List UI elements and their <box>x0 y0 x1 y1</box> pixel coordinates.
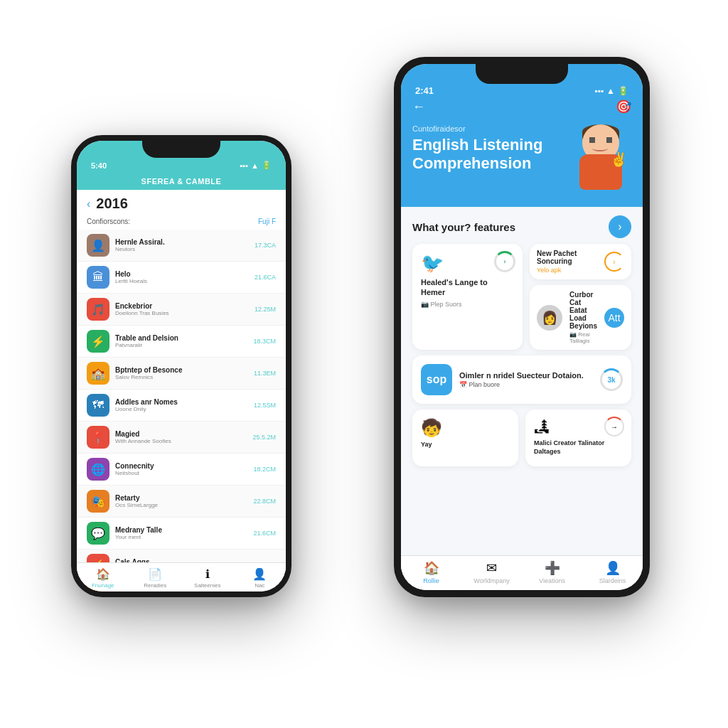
back-item-name: Addles anr Nomes <box>115 398 248 406</box>
back-list-item[interactable]: 💬 Medrany Talle Your ment 21.6CM <box>77 518 286 550</box>
app-icon: 🏛 <box>87 266 109 289</box>
back-item-info: Medrany Talle Your ment <box>115 526 247 540</box>
back-item-sub: Uoone Dnily <box>115 406 248 412</box>
front-battery-icon: 🔋 <box>618 86 628 96</box>
back-item-name: Trable and Delsion <box>115 334 247 342</box>
back-tab-icon: 👤 <box>252 567 267 581</box>
section-chevron-btn[interactable]: › <box>609 215 631 238</box>
back-header: ‹ 2016 <box>77 190 286 218</box>
sop-info: Oimler n nridel Suecteur Dotaion. 📅 Plan… <box>459 371 593 388</box>
back-item-size: 11.3EM <box>254 370 276 377</box>
front-tab-item[interactable]: ✉ Worldmpany <box>461 560 522 584</box>
back-list-item[interactable]: 🎭 Retarty Ocs SirneLargge 22.8CM <box>77 486 286 518</box>
front-tab-item[interactable]: 👤 Slardeins <box>582 560 643 584</box>
back-chevron-icon[interactable]: ‹ <box>87 198 90 210</box>
back-list-item[interactable]: 🌐 Connecnity Neitshout 18.2CM <box>77 454 286 486</box>
back-tab-item[interactable]: 👤 Nac <box>234 567 287 589</box>
back-item-size: 25.5.2M <box>252 434 276 441</box>
back-item-size: 21.6CM <box>253 530 276 537</box>
back-tab-item[interactable]: 📄 Reradies <box>129 567 182 589</box>
app-icon: 🎵 <box>87 298 109 321</box>
back-tab-icon: 🏠 <box>96 567 110 581</box>
side-card-1-progress: › <box>604 252 624 272</box>
front-tab-label: Rollie <box>423 577 439 584</box>
back-item-size: 21.6CA <box>255 274 276 281</box>
mini-card-1[interactable]: 🧒 Yay <box>412 410 518 466</box>
back-item-size: 17.3CA <box>255 242 276 249</box>
back-nav-title: SFEREA & CAMBLE <box>141 177 222 186</box>
app-icon: 🗺 <box>87 394 109 417</box>
back-item-sub: With Annande Soofies <box>115 438 247 444</box>
back-item-info: Connecnity Neitshout <box>115 462 247 476</box>
app-icon: ⚡ <box>87 330 109 353</box>
front-signal-icon: ▪▪▪ <box>594 86 604 96</box>
side-card-1-title: New Pachet Soncuring <box>537 250 597 265</box>
back-item-info: Trable and Delsion Patvnaralir <box>115 334 247 348</box>
app-icon: 💬 <box>87 522 109 545</box>
back-list-item[interactable]: 🎵 Enckebrior Doeilonn Tras Busies 12.25M <box>77 294 286 326</box>
back-item-info: Bptntep of Besonce Salov Remnics <box>115 366 248 380</box>
sop-card[interactable]: sop Oimler n nridel Suecteur Dotaion. 📅 … <box>412 355 631 404</box>
feature-card-1-title: Healed's Lange toHemer <box>421 277 514 298</box>
back-item-size: 18.2CM <box>253 466 276 473</box>
feature-card-1[interactable]: 🐦 Healed's Lange toHemer 📷 Plep Suors › <box>412 244 523 350</box>
back-tab-label: Reradies <box>144 582 166 589</box>
back-status-time: 5:40 <box>91 161 107 170</box>
front-tab-label: Slardeins <box>599 577 626 584</box>
front-header: Cuntofiraidesor English Listening Compre… <box>401 120 643 207</box>
front-tab-icon: 👤 <box>605 560 621 576</box>
side-card-2-title: Curbor Cat Eatat Load Beyions <box>569 291 597 330</box>
front-tab-label: Vieations <box>539 577 565 584</box>
side-card-1[interactable]: New Pachet Soncuring Yelo apk › <box>530 244 631 279</box>
side-card-2-avatar: 👩 <box>537 305 562 331</box>
mascot-hand: ✌️ <box>610 151 628 168</box>
side-card-2[interactable]: 👩 Curbor Cat Eatat Load Beyions 📷 Reai T… <box>530 285 631 350</box>
section-title-row: What your? features › <box>401 207 643 244</box>
front-status-icons: ▪▪▪ ▲ 🔋 <box>594 86 628 96</box>
back-app-list: 👤 Hernle Assiral. Neutors 17.3CA 🏛 Helo … <box>77 230 286 592</box>
front-tab-icon: ✉ <box>486 560 497 576</box>
front-tab-item[interactable]: ➕ Vieations <box>522 560 582 584</box>
front-wifi-icon: ▲ <box>606 86 615 96</box>
app-icon: 🎭 <box>87 490 109 513</box>
front-body: What your? features › 🐦 Healed's Lange t… <box>401 207 643 590</box>
scene: 5:40 ▪▪▪ ▲ 🔋 SFEREA & CAMBLE ‹ 2016 Conf… <box>0 0 728 728</box>
back-list-item[interactable]: 📍 Magied With Annande Soofies 25.5.2M <box>77 422 286 454</box>
back-list-item[interactable]: 🏛 Helo Lertti Hoeals 21.6CA <box>77 262 286 294</box>
back-item-size: 12.5SM <box>254 402 276 409</box>
back-tab-bar: 🏠 Fnunage 📄 Reradies ℹ Salteenies 👤 Nac <box>77 562 286 592</box>
back-section-row: Confiorscons: Fuji F <box>77 218 286 230</box>
back-item-info: Enckebrior Doeilonn Tras Busies <box>115 302 249 316</box>
features-row: 🐦 Healed's Lange toHemer 📷 Plep Suors › … <box>401 244 643 355</box>
back-item-name: Helo <box>115 270 249 278</box>
back-tab-icon: 📄 <box>148 567 162 581</box>
back-item-name: Connecnity <box>115 462 247 470</box>
back-tab-icon: ℹ <box>205 567 210 581</box>
back-item-sub: Doeilonn Tras Busies <box>115 310 249 316</box>
side-card-1-sub: Yelo apk <box>537 267 597 274</box>
phone-front-screen: 2:41 ▪▪▪ ▲ 🔋 ← 🎯 Cuntofiraidesor English… <box>401 64 643 590</box>
back-list-item[interactable]: 🏫 Bptntep of Besonce Salov Remnics 11.3E… <box>77 358 286 390</box>
back-item-name: Medrany Talle <box>115 526 247 534</box>
front-header-nav: ← 🎯 <box>401 99 643 120</box>
mini-card-2[interactable]: 🏞 Malici Creator Talinator Daltages → <box>525 410 631 466</box>
front-tab-icon: ➕ <box>545 560 560 576</box>
back-item-sub: Your ment <box>115 534 247 540</box>
front-target-btn[interactable]: 🎯 <box>616 99 631 114</box>
back-list-item[interactable]: 🗺 Addles anr Nomes Uoone Dnily 12.5SM <box>77 390 286 422</box>
front-tab-item[interactable]: 🏠 Rollie <box>401 560 461 584</box>
feature-card-1-progress: › <box>494 251 515 272</box>
back-tab-item[interactable]: ℹ Salteenies <box>181 567 234 589</box>
back-tab-item[interactable]: 🏠 Fnunage <box>77 567 129 589</box>
wifi-icon: ▲ <box>251 161 259 170</box>
front-tab-icon: 🏠 <box>424 560 439 576</box>
sop-badge: 📅 Plan buore <box>459 381 593 388</box>
back-item-size: 22.8CM <box>253 498 276 505</box>
back-item-name: Enckebrior <box>115 302 249 310</box>
back-header-title: 2016 <box>96 196 128 212</box>
front-back-btn[interactable]: ← <box>412 100 425 114</box>
section-title: What your? features <box>412 221 515 233</box>
back-list-item[interactable]: ⚡ Trable and Delsion Patvnaralir 18.3CM <box>77 326 286 358</box>
side-card-2-btn[interactable]: Att <box>604 308 624 328</box>
back-list-item[interactable]: 👤 Hernle Assiral. Neutors 17.3CA <box>77 230 286 262</box>
